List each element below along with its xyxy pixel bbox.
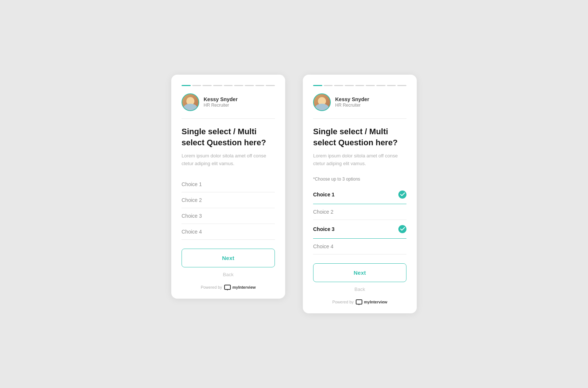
divider-right bbox=[313, 118, 406, 119]
next-button-right[interactable]: Next bbox=[313, 263, 406, 282]
progress-segment bbox=[376, 85, 386, 86]
choice-item-1-left[interactable]: Choice 1 bbox=[182, 177, 275, 192]
choices-list-right: Choice 1 Choice 2 Choice 3 C bbox=[313, 185, 406, 254]
choice-item-2-left[interactable]: Choice 2 bbox=[182, 192, 275, 208]
profile-name-left: Kessy Snyder bbox=[204, 96, 238, 103]
progress-segment bbox=[334, 85, 343, 86]
choice-label-1-left: Choice 1 bbox=[182, 182, 202, 187]
progress-segment bbox=[355, 85, 365, 86]
profile-role-right: HR Recruiter bbox=[335, 103, 369, 108]
progress-bar-left bbox=[182, 85, 275, 86]
logo-icon-left bbox=[224, 285, 231, 290]
question-desc-left: Lorem ipsum dolor sitola amet off conse … bbox=[182, 152, 275, 168]
progress-segment bbox=[213, 85, 222, 86]
powered-by-text-left: Powered by bbox=[201, 285, 222, 289]
progress-segment bbox=[397, 85, 406, 86]
check-icon-3-right bbox=[398, 225, 406, 233]
choice-label-4-left: Choice 4 bbox=[182, 229, 202, 234]
check-icon-1-right bbox=[398, 191, 406, 199]
choice-item-4-right[interactable]: Choice 4 bbox=[313, 239, 406, 254]
page-wrapper: Kessy Snyder HR Recruiter Single select … bbox=[157, 53, 431, 335]
profile-name-right: Kessy Snyder bbox=[335, 96, 369, 103]
progress-segment bbox=[345, 85, 354, 86]
brand-logo-left: myInterview bbox=[224, 285, 256, 290]
choice-item-2-right[interactable]: Choice 2 bbox=[313, 204, 406, 220]
profile-info-left: Kessy Snyder HR Recruiter bbox=[204, 96, 238, 108]
back-link-right[interactable]: Back bbox=[313, 286, 406, 292]
powered-by-text-right: Powered by bbox=[332, 300, 354, 304]
progress-segment bbox=[245, 85, 254, 86]
choice-label-1-right: Choice 1 bbox=[313, 192, 334, 197]
next-button-left[interactable]: Next bbox=[182, 249, 275, 267]
progress-segment bbox=[255, 85, 265, 86]
progress-segment bbox=[202, 85, 212, 86]
progress-segment bbox=[182, 85, 191, 86]
choices-list-left: Choice 1 Choice 2 Choice 3 Choice 4 bbox=[182, 177, 275, 240]
choice-item-3-left[interactable]: Choice 3 bbox=[182, 208, 275, 224]
progress-segment bbox=[324, 85, 333, 86]
divider-left bbox=[182, 118, 275, 119]
profile-role-left: HR Recruiter bbox=[204, 103, 238, 108]
progress-segment bbox=[313, 85, 322, 86]
choice-label-3-right: Choice 3 bbox=[313, 227, 334, 232]
back-link-left[interactable]: Back bbox=[182, 272, 275, 277]
choice-label-2-left: Choice 2 bbox=[182, 197, 202, 203]
choice-item-1-right[interactable]: Choice 1 bbox=[313, 185, 406, 204]
card-right: Kessy Snyder HR Recruiter Single select … bbox=[303, 75, 417, 313]
card-left: Kessy Snyder HR Recruiter Single select … bbox=[171, 75, 285, 299]
question-desc-right: Lorem ipsum dolor sitola amet off conse … bbox=[313, 152, 406, 168]
profile-section-right: Kessy Snyder HR Recruiter bbox=[313, 93, 406, 111]
choice-label-2-right: Choice 2 bbox=[313, 209, 333, 214]
profile-info-right: Kessy Snyder HR Recruiter bbox=[335, 96, 369, 108]
powered-by-left: Powered by myInterview bbox=[182, 285, 275, 290]
progress-segment bbox=[224, 85, 233, 86]
progress-segment bbox=[192, 85, 201, 86]
brand-logo-right: myInterview bbox=[356, 299, 387, 305]
powered-by-right: Powered by myInterview bbox=[313, 299, 406, 305]
question-title-left: Single select / Multi select Question he… bbox=[182, 126, 275, 148]
brand-name-left: myInterview bbox=[232, 285, 256, 289]
brand-name-right: myInterview bbox=[364, 300, 387, 304]
progress-segment bbox=[387, 85, 396, 86]
choice-item-4-left[interactable]: Choice 4 bbox=[182, 224, 275, 240]
progress-segment bbox=[266, 85, 275, 86]
question-title-right: Single select / Multi select Question he… bbox=[313, 126, 406, 148]
choice-label-3-left: Choice 3 bbox=[182, 213, 202, 218]
progress-segment bbox=[366, 85, 375, 86]
avatar-left bbox=[182, 93, 199, 111]
avatar-right bbox=[313, 93, 331, 111]
logo-icon-right bbox=[356, 299, 362, 305]
choose-hint-right: *Choose up to 3 options bbox=[313, 177, 406, 182]
progress-bar-right bbox=[313, 85, 406, 86]
progress-segment bbox=[234, 85, 243, 86]
choice-label-4-right: Choice 4 bbox=[313, 244, 333, 249]
choice-item-3-right[interactable]: Choice 3 bbox=[313, 220, 406, 239]
profile-section-left: Kessy Snyder HR Recruiter bbox=[182, 93, 275, 111]
